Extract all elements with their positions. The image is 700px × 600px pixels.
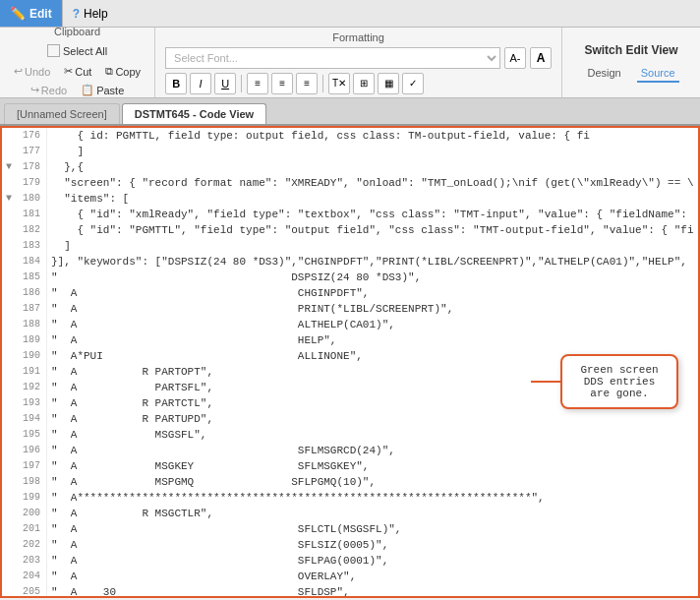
line-content: " A SFLSIZ(0005)",	[51, 537, 698, 553]
code-line: 183 ]	[2, 238, 698, 254]
code-line: 199" A**********************************…	[2, 490, 698, 506]
format-separator-2	[322, 75, 323, 92]
line-expand[interactable]: ▼	[2, 159, 16, 175]
line-number: 192	[16, 380, 47, 395]
source-tab[interactable]: Source	[637, 65, 679, 83]
line-expand[interactable]: ▼	[2, 191, 16, 207]
edit-menu[interactable]: ✏️ Edit	[0, 0, 62, 27]
line-content: " A SFLPAG(0001)",	[51, 553, 698, 569]
code-line: 203" A SFLPAG(0001)",	[2, 553, 698, 569]
line-content: " A R PARTUPD",	[51, 411, 698, 427]
line-number: 180	[16, 191, 47, 207]
line-content: " A SFLMSGRCD(24)",	[51, 443, 698, 458]
format-separator-1	[241, 75, 242, 92]
switch-edit-section: Switch Edit View Design Source	[562, 28, 700, 97]
line-content: ]	[51, 238, 698, 254]
line-number: 204	[16, 569, 47, 584]
formatting-label: Formatting	[165, 31, 552, 43]
design-tab[interactable]: Design	[583, 65, 624, 83]
line-number: 195	[16, 427, 47, 443]
code-line: 196" A SFLMSGRCD(24)",	[2, 443, 698, 458]
code-line: ▼178 },{	[2, 159, 698, 175]
line-content: " A R MSGCTLR",	[51, 506, 698, 521]
line-number: 184	[16, 254, 47, 270]
select-all-button[interactable]: Select All	[41, 41, 113, 60]
line-content: " A HELP",	[51, 332, 698, 348]
code-line: 197" A MSGKEY SFLMSGKEY",	[2, 458, 698, 474]
code-line: ▼180 "items": [	[2, 191, 698, 207]
tab-unnamed[interactable]: [Unnamed Screen]	[4, 103, 120, 124]
underline-button[interactable]: U	[214, 73, 236, 94]
line-content: "items": [	[51, 191, 698, 207]
code-line: 177 ]	[2, 144, 698, 159]
line-number: 176	[16, 128, 47, 144]
line-content: { id: PGMTTL, field type: output field, …	[51, 128, 698, 144]
line-content: " A 30 SFLDSP",	[51, 584, 698, 598]
undo-button[interactable]: ↩ Undo	[8, 62, 56, 81]
line-content: { "id": "PGMTTL", "field type": "output …	[51, 222, 698, 238]
tab-bar: [Unnamed Screen] DSTMT645 - Code View	[0, 98, 700, 126]
callout-bubble: Green screen DDS entries are gone.	[560, 354, 678, 409]
code-line: 179 "screen": { "record format name": "X…	[2, 175, 698, 191]
line-number: 183	[16, 238, 47, 254]
tab-codeview[interactable]: DSTMT645 - Code View	[122, 103, 266, 124]
redo-button[interactable]: ↪ Redo	[25, 81, 73, 99]
formatting-section: Formatting Select Font... A- A B I U ≡ ≡…	[155, 28, 562, 97]
paste-button[interactable]: 📋 Paste	[75, 81, 130, 99]
line-content: " A CHGINPDFT",	[51, 285, 698, 301]
code-line: 181 { "id": "xmlReady", "field type": "t…	[2, 207, 698, 222]
line-content: " DSPSIZ(24 80 *DS3)",	[51, 270, 698, 285]
line-number: 201	[16, 521, 47, 537]
check-button[interactable]: ✓	[402, 73, 424, 94]
code-line: 201" A SFLCTL(MSGSFL)",	[2, 521, 698, 537]
line-number: 177	[16, 144, 47, 159]
line-number: 178	[16, 159, 47, 175]
align-right-button[interactable]: ≡	[296, 73, 318, 94]
font-select[interactable]: Select Font...	[165, 47, 500, 69]
code-line: 182 { "id": "PGMTTL", "field type": "out…	[2, 222, 698, 238]
line-number: 198	[16, 474, 47, 490]
line-content: " A ALTHELP(CA01)",	[51, 317, 698, 332]
callout-arrow	[531, 381, 560, 383]
copy-button[interactable]: ⧉ Copy	[99, 62, 146, 81]
align-center-button[interactable]: ≡	[271, 73, 293, 94]
line-content: " A PRINT(*LIBL/SCREENPRT)",	[51, 301, 698, 317]
line-number: 188	[16, 317, 47, 332]
help-menu[interactable]: ? Help	[62, 0, 118, 27]
select-all-icon	[47, 44, 60, 57]
switch-edit-label: Switch Edit View	[584, 43, 677, 57]
line-content: " A OVERLAY",	[51, 569, 698, 584]
help-icon: ?	[73, 7, 80, 21]
edit-icon: ✏️	[10, 6, 26, 21]
code-line: 188" A ALTHELP(CA01)",	[2, 317, 698, 332]
line-content: " A MSGSFL",	[51, 427, 698, 443]
code-line: 198" A MSPGMQ SFLPGMQ(10)",	[2, 474, 698, 490]
line-content: "screen": { "record format name": "XMREA…	[51, 175, 698, 191]
code-line: 202" A SFLSIZ(0005)",	[2, 537, 698, 553]
cut-button[interactable]: ✂ Cut	[58, 62, 97, 81]
font-size-down-button[interactable]: A-	[504, 47, 526, 69]
italic-button[interactable]: I	[190, 73, 211, 94]
line-number: 194	[16, 411, 47, 427]
bold-button[interactable]: B	[165, 73, 187, 94]
code-line: 194" A R PARTUPD",	[2, 411, 698, 427]
line-number: 186	[16, 285, 47, 301]
font-size-up-button[interactable]: A	[530, 47, 552, 69]
line-number: 205	[16, 584, 47, 598]
line-number: 182	[16, 222, 47, 238]
code-line: 186" A CHGINPDFT",	[2, 285, 698, 301]
line-number: 197	[16, 458, 47, 474]
image-button[interactable]: ▦	[378, 73, 399, 94]
code-line: 184}], "keywords": ["DSPSIZ(24 80 *DS3)"…	[2, 254, 698, 270]
table-button[interactable]: ⊞	[353, 73, 375, 94]
line-number: 187	[16, 301, 47, 317]
code-line: 187" A PRINT(*LIBL/SCREENPRT)",	[2, 301, 698, 317]
code-line: 205" A 30 SFLDSP",	[2, 584, 698, 598]
undo-icon: ↩	[14, 65, 23, 78]
clear-format-button[interactable]: T✕	[328, 73, 350, 94]
line-content: }], "keywords": ["DSPSIZ(24 80 *DS3)","C…	[51, 254, 698, 270]
align-left-button[interactable]: ≡	[247, 73, 268, 94]
code-line: 200" A R MSGCTLR",	[2, 506, 698, 521]
paste-icon: 📋	[81, 84, 94, 96]
line-number: 193	[16, 395, 47, 411]
